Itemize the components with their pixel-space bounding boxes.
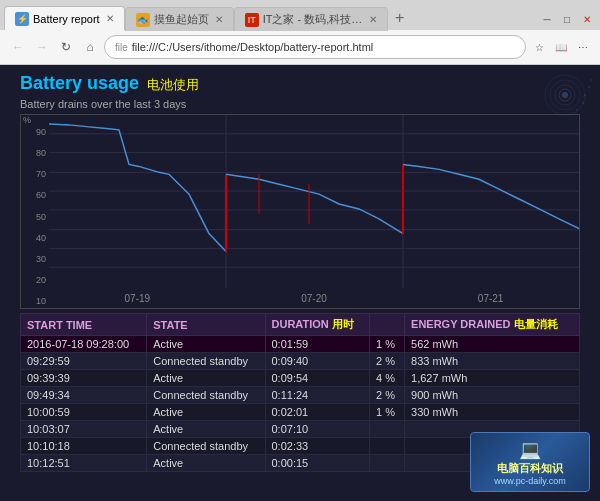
browser-chrome: ⚡ Battery report ✕ 🐟 摸鱼起始页 ✕ IT IT之家 - 数…: [0, 0, 600, 65]
cell-duration: 0:01:59: [265, 336, 370, 353]
tab-battery-report[interactable]: ⚡ Battery report ✕: [4, 6, 125, 30]
tab-favicon-3: IT: [245, 13, 259, 27]
y-axis-title: %: [23, 115, 31, 125]
svg-point-22: [588, 86, 590, 88]
cell-energy: 833 mWh: [405, 353, 580, 370]
svg-point-20: [582, 102, 584, 104]
cell-percent: [370, 438, 405, 455]
cell-percent: 4 %: [370, 370, 405, 387]
y-label-10: 10: [21, 296, 49, 306]
spiral-decoration: [535, 70, 595, 120]
url-text: file:///C:/Users/ithome/Desktop/battery-…: [132, 41, 373, 53]
address-bar: ← → ↻ ⌂ file file:///C:/Users/ithome/Des…: [0, 30, 600, 64]
table-row: 10:00:59 Active 0:02:01 1 % 330 mWh: [21, 404, 580, 421]
watermark: 💻 电脑百科知识 www.pc-daily.com: [470, 432, 590, 492]
tab-ithome[interactable]: IT IT之家 - 数码,科技,生... ✕: [234, 7, 388, 31]
col-percent: [370, 314, 405, 336]
svg-point-19: [584, 94, 586, 96]
cell-start-time: 10:12:51: [21, 455, 147, 472]
star-button[interactable]: ☆: [530, 38, 548, 56]
back-button[interactable]: ←: [8, 37, 28, 57]
reload-button[interactable]: ↻: [56, 37, 76, 57]
col-start-time: START TIME: [21, 314, 147, 336]
minimize-button[interactable]: ─: [538, 10, 556, 28]
cell-percent: 1 %: [370, 336, 405, 353]
cell-state: Active: [147, 421, 265, 438]
tab-favicon-2: 🐟: [136, 13, 150, 27]
cell-percent: 1 %: [370, 404, 405, 421]
tab-bar: ⚡ Battery report ✕ 🐟 摸鱼起始页 ✕ IT IT之家 - 数…: [0, 0, 600, 30]
tab-close-1[interactable]: ✕: [106, 13, 114, 24]
browser-right-controls: ☆ 📖 ⋯: [530, 38, 592, 56]
cell-energy: 562 mWh: [405, 336, 580, 353]
maximize-button[interactable]: □: [558, 10, 576, 28]
y-label-90: 90: [21, 127, 49, 137]
svg-point-18: [562, 92, 568, 98]
table-row: 09:39:39 Active 0:09:54 4 % 1,627 mWh: [21, 370, 580, 387]
tab-label-2: 摸鱼起始页: [154, 12, 209, 27]
cell-start-time: 10:10:18: [21, 438, 147, 455]
chart-area: % 90 80 70 60 50 40 30 20 10: [20, 114, 580, 309]
cell-state: Active: [147, 404, 265, 421]
reading-mode-button[interactable]: 📖: [552, 38, 570, 56]
cell-state: Connected standby: [147, 438, 265, 455]
y-axis: 90 80 70 60 50 40 30 20 10: [21, 125, 49, 308]
cell-duration: 0:09:54: [265, 370, 370, 387]
y-label-20: 20: [21, 275, 49, 285]
x-label-0720: 07-20: [301, 293, 327, 304]
watermark-title: 电脑百科知识: [497, 461, 563, 476]
forward-button[interactable]: →: [32, 37, 52, 57]
x-axis-labels: 07-19 07-20 07-21: [49, 288, 579, 308]
svg-point-21: [576, 109, 578, 111]
cell-start-time: 09:29:59: [21, 353, 147, 370]
settings-button[interactable]: ⋯: [574, 38, 592, 56]
close-window-button[interactable]: ✕: [578, 10, 596, 28]
chart-svg: [49, 115, 579, 288]
table-row: 09:49:34 Connected standby 0:11:24 2 % 9…: [21, 387, 580, 404]
cell-duration: 0:00:15: [265, 455, 370, 472]
y-label-80: 80: [21, 148, 49, 158]
y-label-30: 30: [21, 254, 49, 264]
cell-start-time: 09:49:34: [21, 387, 147, 404]
tab-label-3: IT之家 - 数码,科技,生...: [263, 12, 363, 27]
col-duration: DURATION 用时: [265, 314, 370, 336]
table-row: 2016-07-18 09:28:00 Active 0:01:59 1 % 5…: [21, 336, 580, 353]
url-bar[interactable]: file file:///C:/Users/ithome/Desktop/bat…: [104, 35, 526, 59]
tab-fish[interactable]: 🐟 摸鱼起始页 ✕: [125, 7, 234, 31]
page-content: Battery usage 电池使用 Battery drains over t…: [0, 65, 600, 501]
y-label-60: 60: [21, 190, 49, 200]
cell-start-time: 10:00:59: [21, 404, 147, 421]
svg-point-23: [590, 79, 592, 81]
home-button[interactable]: ⌂: [80, 37, 100, 57]
cell-state: Connected standby: [147, 387, 265, 404]
new-tab-button[interactable]: +: [388, 6, 412, 30]
tab-favicon-1: ⚡: [15, 12, 29, 26]
page-title-en: Battery usage: [20, 73, 139, 94]
tab-close-2[interactable]: ✕: [215, 14, 223, 25]
cell-start-time: 10:03:07: [21, 421, 147, 438]
cell-start-time: 09:39:39: [21, 370, 147, 387]
table-row: 09:29:59 Connected standby 0:09:40 2 % 8…: [21, 353, 580, 370]
cell-percent: 2 %: [370, 387, 405, 404]
cell-state: Active: [147, 370, 265, 387]
tab-close-3[interactable]: ✕: [369, 14, 377, 25]
report-subtitle: Battery drains over the last 3 days: [0, 98, 600, 114]
cell-percent: [370, 421, 405, 438]
cell-start-time: 2016-07-18 09:28:00: [21, 336, 147, 353]
x-label-0721: 07-21: [478, 293, 504, 304]
cell-energy: 330 mWh: [405, 404, 580, 421]
cell-state: Active: [147, 455, 265, 472]
col-energy: ENERGY DRAINED 电量消耗: [405, 314, 580, 336]
col-state: STATE: [147, 314, 265, 336]
cell-state: Connected standby: [147, 353, 265, 370]
cell-percent: 2 %: [370, 353, 405, 370]
report-header: Battery usage 电池使用: [0, 65, 600, 98]
x-label-0719: 07-19: [125, 293, 151, 304]
watermark-url: www.pc-daily.com: [494, 476, 565, 486]
cell-percent: [370, 455, 405, 472]
cell-duration: 0:02:01: [265, 404, 370, 421]
cell-duration: 0:02:33: [265, 438, 370, 455]
cell-duration: 0:07:10: [265, 421, 370, 438]
table-header-row: START TIME STATE DURATION 用时 ENERGY DRAI…: [21, 314, 580, 336]
y-label-70: 70: [21, 169, 49, 179]
